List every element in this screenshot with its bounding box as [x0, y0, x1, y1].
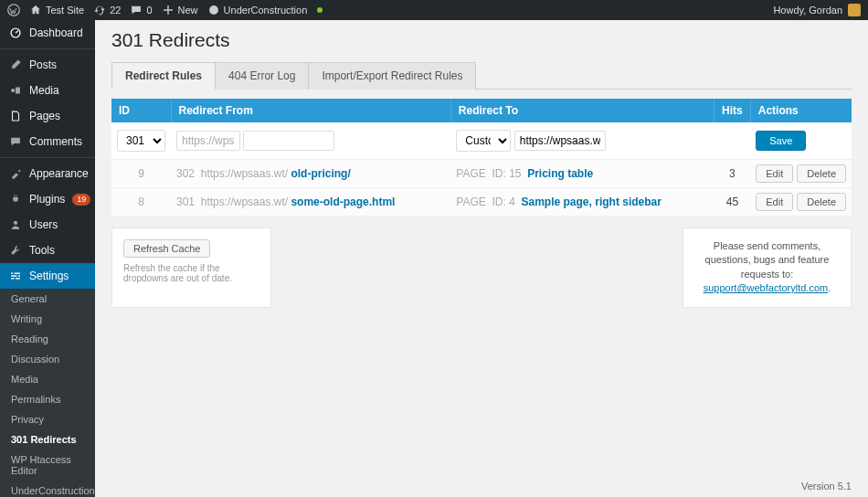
admin-topbar: Test Site 22 0 New UnderConstruction How… [0, 0, 868, 20]
admin-sidebar: Dashboard Posts Media Pages Comments App… [0, 20, 95, 497]
edit-button[interactable]: Edit [756, 193, 793, 211]
tab-404-log[interactable]: 404 Error Log [216, 62, 309, 90]
sub-general[interactable]: General [0, 289, 95, 309]
status-dot-icon [317, 7, 323, 13]
svg-rect-10 [16, 278, 20, 279]
delete-button[interactable]: Delete [797, 193, 846, 211]
wp-logo[interactable] [7, 4, 20, 16]
new-link[interactable]: New [162, 4, 198, 16]
menu-pages[interactable]: Pages [0, 103, 95, 129]
menu-users[interactable]: Users [0, 212, 95, 238]
howdy-link[interactable]: Howdy, Gordan [773, 5, 842, 16]
svg-rect-7 [11, 275, 16, 276]
svg-point-1 [209, 5, 218, 15]
svg-rect-9 [11, 278, 15, 279]
table-row: 8 301 https://wpsaas.wt/ some-old-page.h… [111, 188, 852, 217]
svg-point-0 [8, 5, 20, 16]
main-content: 301 Redirects Redirect Rules 404 Error L… [95, 20, 868, 497]
table-row: 9 302 https://wpsaas.wt/ old-pricing/ PA… [111, 160, 852, 188]
col-to: Redirect To [450, 99, 714, 122]
edit-button[interactable]: Edit [756, 164, 793, 183]
col-actions: Actions [750, 99, 852, 122]
tabs: Redirect Rules 404 Error Log Import/Expo… [111, 62, 852, 90]
menu-plugins[interactable]: Plugins19 [0, 186, 95, 212]
to-link[interactable]: Sample page, right sidebar [522, 196, 662, 208]
tab-redirect-rules[interactable]: Redirect Rules [111, 62, 216, 90]
col-from: Redirect From [171, 99, 450, 122]
sub-underconstruction[interactable]: UnderConstruction [0, 481, 95, 497]
settings-submenu: General Writing Reading Discussion Media… [0, 289, 95, 497]
col-id: ID [111, 99, 171, 122]
svg-rect-8 [18, 275, 20, 276]
menu-appearance[interactable]: Appearance [0, 161, 95, 186]
from-link[interactable]: some-old-page.html [291, 196, 395, 208]
sub-permalinks[interactable]: Permalinks [0, 389, 95, 409]
save-button[interactable]: Save [756, 131, 806, 151]
refresh-hint: Refresh the cache if the dropdowns are o… [123, 263, 259, 283]
page-title: 301 Redirects [111, 29, 852, 51]
plugins-badge: 19 [72, 194, 90, 206]
to-url-input[interactable] [514, 131, 606, 151]
menu-settings[interactable]: Settings [0, 263, 95, 289]
menu-comments[interactable]: Comments [0, 129, 95, 154]
svg-rect-5 [11, 273, 13, 274]
support-card: Please send comments, questions, bugs an… [683, 227, 852, 308]
menu-dashboard[interactable]: Dashboard [0, 20, 95, 46]
refresh-cache-button[interactable]: Refresh Cache [123, 239, 210, 258]
sub-privacy[interactable]: Privacy [0, 409, 95, 429]
avatar[interactable] [848, 4, 861, 16]
sub-htaccess[interactable]: WP Htaccess Editor [0, 449, 95, 481]
sub-media[interactable]: Media [0, 369, 95, 389]
comments-link[interactable]: 0 [130, 4, 152, 16]
code-select[interactable]: 301 [117, 130, 165, 152]
tab-import-export[interactable]: Import/Export Redirect Rules [309, 62, 476, 90]
menu-media[interactable]: Media [0, 78, 95, 103]
sub-301-redirects[interactable]: 301 Redirects [0, 429, 95, 449]
menu-posts[interactable]: Posts [0, 52, 95, 78]
rules-table: ID Redirect From Redirect To Hits Action… [111, 99, 852, 217]
svg-rect-6 [15, 273, 20, 274]
from-link[interactable]: old-pricing/ [291, 167, 350, 180]
to-link[interactable]: Pricing table [527, 167, 593, 180]
menu-tools[interactable]: Tools [0, 238, 95, 263]
updates-link[interactable]: 22 [93, 4, 121, 16]
col-hits: Hits [715, 99, 751, 122]
svg-point-4 [14, 221, 17, 225]
sub-writing[interactable]: Writing [0, 309, 95, 329]
sub-reading[interactable]: Reading [0, 329, 95, 349]
to-type-select[interactable]: Custom [456, 130, 511, 152]
refresh-card: Refresh Cache Refresh the cache if the d… [111, 227, 271, 308]
delete-button[interactable]: Delete [797, 164, 846, 183]
site-link[interactable]: Test Site [29, 4, 84, 16]
support-email-link[interactable]: support@webfactoryltd.com [704, 282, 829, 293]
sub-discussion[interactable]: Discussion [0, 349, 95, 369]
underconstruction-link[interactable]: UnderConstruction [207, 4, 323, 16]
from-prefix [176, 131, 240, 151]
svg-point-3 [11, 89, 15, 92]
footer-version: Version 5.1 [801, 481, 852, 492]
from-path-input[interactable] [243, 131, 334, 151]
